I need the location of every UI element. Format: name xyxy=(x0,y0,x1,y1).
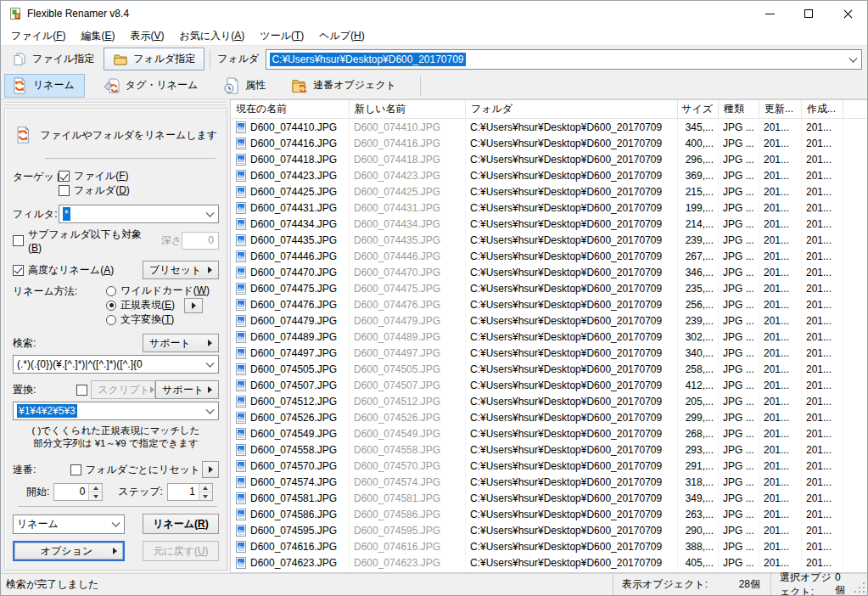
folder-path-combobox[interactable]: C:¥Users¥hsur¥Desktop¥D600_20170709 xyxy=(266,49,862,70)
chevron-down-icon[interactable] xyxy=(849,53,858,62)
file-row[interactable]: D600_074595.JPGD600_074595.JPGC:¥Users¥h… xyxy=(231,522,867,538)
file-row[interactable]: D600_074446.JPGD600_074446.JPGC:¥Users¥h… xyxy=(231,248,867,264)
file-row[interactable]: D600_074425.JPGD600_074425.JPGC:¥Users¥h… xyxy=(231,183,867,200)
tab-file-select[interactable]: ファイル指定 xyxy=(3,48,104,70)
file-row[interactable]: D600_074475.JPGD600_074475.JPGC:¥Users¥h… xyxy=(231,280,867,296)
file-row[interactable]: D600_074586.JPGD600_074586.JPGC:¥Users¥h… xyxy=(231,506,867,522)
cell-size: 258,... xyxy=(678,361,719,377)
file-row[interactable]: D600_074512.JPGD600_074512.JPGC:¥Users¥h… xyxy=(231,393,867,409)
attribute-icon xyxy=(223,77,240,94)
column-header-type[interactable]: 種類 xyxy=(719,100,759,118)
column-header-current-name[interactable]: 現在の名前 xyxy=(231,100,350,118)
file-row[interactable]: D600_074418.JPGD600_074418.JPGC:¥Users¥h… xyxy=(231,151,867,167)
file-row[interactable]: D600_074489.JPGD600_074489.JPGC:¥Users¥h… xyxy=(231,329,867,345)
minimize-button[interactable] xyxy=(750,1,789,26)
search-pattern-combobox[interactable]: (.*)(.{0})(¥.[^.]*)|^([^.]*)([^.]{0 xyxy=(13,355,219,374)
method-wildcard-radio[interactable]: ワイルドカード(W) xyxy=(106,284,210,298)
spin-up-button[interactable] xyxy=(89,484,102,492)
file-row[interactable]: D600_074497.JPGD600_074497.JPGC:¥Users¥h… xyxy=(231,345,867,361)
file-row[interactable]: D600_074416.JPGD600_074416.JPGC:¥Users¥h… xyxy=(231,135,867,151)
script-checkbox[interactable] xyxy=(76,385,87,396)
chevron-down-icon[interactable] xyxy=(206,209,215,217)
cell-current-name: D600_074431.JPG xyxy=(231,200,350,216)
replace-pattern-combobox[interactable]: ¥1¥4¥2¥5¥3 xyxy=(13,402,219,420)
file-row[interactable]: D600_074431.JPGD600_074431.JPGC:¥Users¥h… xyxy=(231,200,867,216)
method-transform-radio[interactable]: 文字変換(T) xyxy=(106,312,210,327)
cell-type: JPG ... xyxy=(719,296,759,312)
file-row[interactable]: D600_074470.JPGD600_074470.JPGC:¥Users¥h… xyxy=(231,264,867,280)
file-row[interactable]: D600_074410.JPGD600_074410.JPGC:¥Users¥h… xyxy=(231,119,867,135)
regex-options-button[interactable] xyxy=(184,298,203,313)
file-row[interactable]: D600_074616.JPGD600_074616.JPGC:¥Users¥h… xyxy=(231,538,867,554)
cell-created: 201... xyxy=(802,296,843,312)
menu-file[interactable]: ファイル(F) xyxy=(3,26,73,45)
spin-down-button[interactable] xyxy=(89,492,102,500)
file-row[interactable]: D600_074581.JPGD600_074581.JPGC:¥Users¥h… xyxy=(231,490,867,506)
search-support-button[interactable]: サポート xyxy=(143,334,219,352)
filter-combobox[interactable]: * xyxy=(59,205,219,223)
menu-tools[interactable]: ツール(T) xyxy=(252,26,311,45)
column-header-folder[interactable]: フォルダ xyxy=(466,100,678,118)
target-folder-checkbox[interactable]: フォルダ(D) xyxy=(59,183,130,198)
file-row[interactable]: D600_074476.JPGD600_074476.JPGC:¥Users¥h… xyxy=(231,296,867,312)
spin-up-button[interactable] xyxy=(199,484,212,492)
cell-new-name: D600_074416.JPG xyxy=(350,135,466,151)
mode-tag-rename-button[interactable]: タグ・リネーム xyxy=(97,74,208,98)
spin-down-button[interactable] xyxy=(199,492,212,500)
pane-grip[interactable] xyxy=(4,102,226,105)
cell-folder: C:¥Users¥hsur¥Desktop¥D600_20170709 xyxy=(466,296,678,312)
file-row[interactable]: D600_074505.JPGD600_074505.JPGC:¥Users¥h… xyxy=(231,361,867,377)
menu-view[interactable]: 表示(V) xyxy=(122,26,171,45)
cell-new-name: D600_074595.JPG xyxy=(350,522,466,538)
action-combobox[interactable]: リネーム xyxy=(13,514,125,534)
menu-help[interactable]: ヘルプ(H) xyxy=(311,26,372,45)
mode-attribute-button[interactable]: 属性 xyxy=(216,74,276,98)
mode-sequence-button[interactable]: 連番オブジェクト xyxy=(284,74,406,98)
method-regex-radio[interactable]: 正規表現(E) xyxy=(106,298,210,312)
mode-sequence-label: 連番オブジェクト xyxy=(313,78,396,93)
options-button[interactable]: オプション xyxy=(13,541,125,561)
sequence-options-button[interactable] xyxy=(202,461,219,478)
file-row[interactable]: D600_074434.JPGD600_074434.JPGC:¥Users¥h… xyxy=(231,216,867,232)
undo-button[interactable]: 元に戻す(U) xyxy=(143,541,219,561)
close-button[interactable] xyxy=(828,1,867,26)
file-row[interactable]: D600_074526.JPGD600_074526.JPGC:¥Users¥h… xyxy=(231,409,867,425)
tag-rename-icon xyxy=(104,77,120,94)
column-header-new-name[interactable]: 新しい名前 xyxy=(350,100,466,118)
column-header-created[interactable]: 作成... xyxy=(802,100,843,118)
column-header-size[interactable]: サイズ xyxy=(678,100,719,118)
menu-edit[interactable]: 編集(E) xyxy=(73,26,122,45)
mode-rename-button[interactable]: リネーム xyxy=(4,74,85,98)
column-header-modified[interactable]: 更新... xyxy=(759,100,802,118)
subfolder-checkbox[interactable]: サブフォルダ以下も対象(B) xyxy=(13,233,154,248)
chevron-down-icon[interactable] xyxy=(206,359,215,368)
menu-favorites[interactable]: お気に入り(A) xyxy=(172,26,253,45)
chevron-down-icon[interactable] xyxy=(206,406,215,414)
start-stepper[interactable]: 0 xyxy=(53,483,103,501)
file-row[interactable]: D600_074549.JPGD600_074549.JPGC:¥Users¥h… xyxy=(231,425,867,441)
resize-grip-icon[interactable] xyxy=(855,574,867,595)
cell-current-name: D600_074479.JPG xyxy=(231,312,350,329)
advanced-rename-checkbox[interactable]: 高度なリネーム(A) xyxy=(13,263,114,278)
file-row[interactable]: D600_074435.JPGD600_074435.JPGC:¥Users¥h… xyxy=(231,232,867,248)
step-stepper[interactable]: 1 xyxy=(167,483,213,501)
tab-folder-select[interactable]: フォルダ指定 xyxy=(104,48,204,70)
cell-folder: C:¥Users¥hsur¥Desktop¥D600_20170709 xyxy=(466,441,678,458)
cell-type: JPG ... xyxy=(719,183,759,200)
script-button[interactable]: スクリプト xyxy=(91,380,155,399)
sequence-reset-checkbox[interactable]: フォルダごとにリセット xyxy=(70,463,200,477)
file-row[interactable]: D600_074574.JPGD600_074574.JPGC:¥Users¥h… xyxy=(231,474,867,490)
chevron-down-icon[interactable] xyxy=(112,519,120,527)
replace-support-button[interactable]: サポート xyxy=(155,380,219,399)
file-row[interactable]: D600_074623.JPGD600_074623.JPGC:¥Users¥h… xyxy=(231,554,867,571)
target-file-checkbox[interactable]: ファイル(F) xyxy=(59,169,130,183)
preset-button[interactable]: プリセット xyxy=(143,261,219,279)
maximize-button[interactable] xyxy=(789,1,828,26)
file-row[interactable]: D600_074479.JPGD600_074479.JPGC:¥Users¥h… xyxy=(231,312,867,329)
file-row[interactable]: D600_074558.JPGD600_074558.JPGC:¥Users¥h… xyxy=(231,441,867,458)
file-row[interactable]: D600_074423.JPGD600_074423.JPGC:¥Users¥h… xyxy=(231,167,867,183)
rename-execute-button[interactable]: リネーム(R) xyxy=(143,514,219,534)
file-row[interactable]: D600_074507.JPGD600_074507.JPGC:¥Users¥h… xyxy=(231,377,867,393)
file-row[interactable]: D600_074570.JPGD600_074570.JPGC:¥Users¥h… xyxy=(231,458,867,474)
cell-folder: C:¥Users¥hsur¥Desktop¥D600_20170709 xyxy=(466,119,678,135)
